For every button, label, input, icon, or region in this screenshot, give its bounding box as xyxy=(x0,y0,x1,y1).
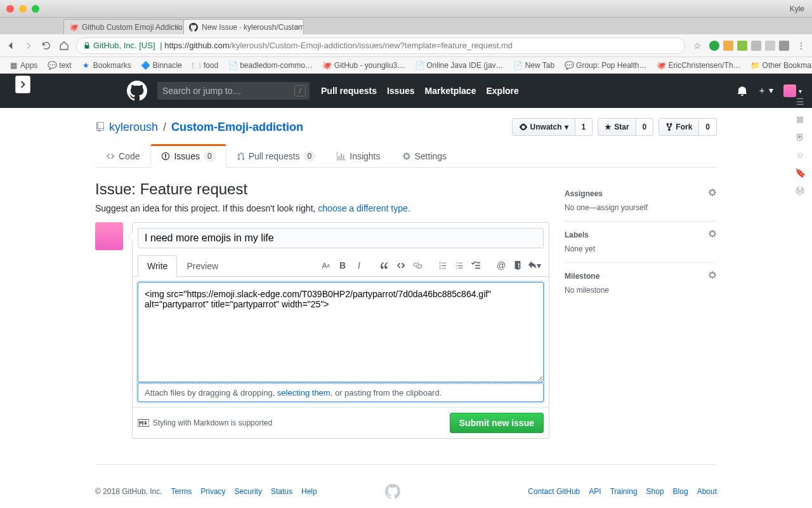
footer-training[interactable]: Training xyxy=(610,487,638,496)
tab-settings[interactable]: Settings xyxy=(391,144,458,168)
nav-marketplace[interactable]: Marketplace xyxy=(425,86,476,96)
author-avatar[interactable] xyxy=(95,222,123,250)
bookmark-item[interactable]: 📄New Tab xyxy=(510,60,558,71)
bookmark-star-icon[interactable]: ☆ xyxy=(691,40,703,51)
bold-icon[interactable]: B xyxy=(336,258,350,272)
gear-icon[interactable] xyxy=(708,229,717,238)
ribbon-icon[interactable]: Ⓜ xyxy=(796,185,804,197)
bullet-list-icon[interactable] xyxy=(436,258,450,272)
footer-contact[interactable]: Contact GitHub xyxy=(528,487,580,496)
other-bookmarks[interactable]: 📁Other Bookmarks xyxy=(747,60,812,71)
bookmark-item[interactable]: 📄Online Java IDE (jav… xyxy=(411,60,507,71)
footer-blog[interactable]: Blog xyxy=(673,487,688,496)
saved-replies-icon[interactable]: ▾ xyxy=(527,258,541,272)
footer-about[interactable]: About xyxy=(697,487,717,496)
code-icon[interactable] xyxy=(394,258,408,272)
star-outline-icon[interactable]: ☆ xyxy=(796,150,804,160)
tab-close-icon[interactable]: × xyxy=(294,22,299,32)
footer-status[interactable]: Status xyxy=(271,487,292,496)
bookmark-outline-icon[interactable]: 🔖 xyxy=(795,168,806,178)
bookmark-item[interactable]: 💬text xyxy=(44,60,75,71)
repo-name-link[interactable]: Custom-Emoji-addiction xyxy=(171,121,303,134)
hamburger-icon[interactable]: ☰ xyxy=(796,97,804,107)
plus-dropdown[interactable]: ＋ ▾ xyxy=(757,85,773,97)
github-logo-icon[interactable] xyxy=(385,484,400,499)
write-tab[interactable]: Write xyxy=(138,255,177,277)
tab-close-icon[interactable]: × xyxy=(174,22,180,32)
github-search-input[interactable]: Search or jump to… / xyxy=(157,82,310,100)
extension-icon[interactable] xyxy=(751,41,761,51)
fork-count[interactable]: 0 xyxy=(699,118,717,136)
extension-icon[interactable] xyxy=(765,41,775,51)
submit-new-issue-button[interactable]: Submit new issue xyxy=(450,413,544,433)
unwatch-button[interactable]: Unwatch ▾ xyxy=(512,118,575,136)
tab-insights[interactable]: Insights xyxy=(326,144,391,168)
expand-left-toggle[interactable] xyxy=(15,76,30,93)
bookmark-item[interactable]: 🍽️food xyxy=(188,60,222,71)
header-format-icon[interactable]: AA xyxy=(319,258,333,272)
issue-body-textarea[interactable] xyxy=(138,282,544,382)
quote-icon[interactable] xyxy=(377,258,391,272)
repo-owner-link[interactable]: kyleroush xyxy=(109,121,158,134)
github-logo-icon[interactable] xyxy=(127,81,147,101)
numbered-list-icon[interactable] xyxy=(452,258,466,272)
reference-icon[interactable] xyxy=(511,258,525,272)
nav-explore[interactable]: Explore xyxy=(486,86,518,96)
extension-icon[interactable] xyxy=(779,41,789,51)
tab-code[interactable]: Code xyxy=(95,144,150,168)
gear-icon[interactable] xyxy=(708,188,717,197)
extension-icon[interactable] xyxy=(709,41,719,51)
extension-icon[interactable] xyxy=(723,41,733,51)
chrome-menu-icon[interactable]: ⋮ xyxy=(796,40,807,51)
watch-count[interactable]: 1 xyxy=(575,118,593,136)
footer-terms[interactable]: Terms xyxy=(171,487,192,496)
close-x-icon[interactable]: ⊠ xyxy=(796,114,804,124)
nav-pull-requests[interactable]: Pull requests xyxy=(321,86,377,96)
issue-title-input[interactable] xyxy=(138,228,544,248)
bookmark-item[interactable]: 💬Group: Pop Health… xyxy=(561,60,650,71)
home-button[interactable] xyxy=(58,40,70,51)
apps-button[interactable]: ▦Apps xyxy=(5,60,41,71)
fork-button[interactable]: Fork xyxy=(658,118,699,136)
footer-shop[interactable]: Shop xyxy=(646,487,664,496)
assign-yourself-link[interactable]: assign yourself xyxy=(597,203,648,212)
preview-tab[interactable]: Preview xyxy=(177,255,228,277)
footer-api[interactable]: API xyxy=(589,487,601,496)
italic-icon[interactable]: I xyxy=(352,258,366,272)
bookmark-item[interactable]: ★Bookmarks xyxy=(78,60,135,71)
bookmark-item[interactable]: 🐙GitHub - youngliu3… xyxy=(319,60,409,71)
user-avatar-dropdown[interactable]: ▾ xyxy=(783,84,802,97)
gear-icon[interactable] xyxy=(708,271,717,279)
back-button[interactable] xyxy=(5,40,16,51)
selecting-them-link[interactable]: selecting them xyxy=(277,388,331,398)
bell-icon[interactable] xyxy=(737,86,747,96)
extension-icon[interactable] xyxy=(737,41,747,51)
mention-icon[interactable]: @ xyxy=(494,258,508,272)
footer-help[interactable]: Help xyxy=(301,487,317,496)
forward-button[interactable] xyxy=(23,40,34,51)
browser-tab[interactable]: 🐙 Github Custom Emoji Addictio × xyxy=(63,19,184,34)
browser-tab-active[interactable]: New Issue · kyleroush/Custom × xyxy=(183,19,304,34)
bookmark-item[interactable]: 📄beadledom-commo… xyxy=(225,60,317,71)
choose-different-type-link[interactable]: choose a different type. xyxy=(318,203,410,213)
reload-button[interactable] xyxy=(41,40,52,51)
tab-issues[interactable]: Issues 0 xyxy=(150,144,226,168)
task-list-icon[interactable] xyxy=(469,258,483,272)
repo-header: kyleroush / Custom-Emoji-addiction Unwat… xyxy=(95,108,717,144)
markdown-hint[interactable]: Styling with Markdown is supported xyxy=(138,418,272,427)
zoom-window-button[interactable] xyxy=(32,5,39,13)
star-count[interactable]: 0 xyxy=(636,118,654,136)
address-bar[interactable]: GitHub, Inc. [US] | https://github.com/k… xyxy=(76,37,685,54)
shield-icon[interactable]: ⛨ xyxy=(796,132,804,142)
close-window-button[interactable] xyxy=(6,5,14,13)
star-button[interactable]: ★ Star xyxy=(598,118,636,136)
minimize-window-button[interactable] xyxy=(19,5,27,13)
footer-privacy[interactable]: Privacy xyxy=(200,487,225,496)
bookmark-item[interactable]: 🔷Binnacle xyxy=(138,60,186,71)
footer-security[interactable]: Security xyxy=(235,487,262,496)
nav-issues[interactable]: Issues xyxy=(387,86,415,96)
chrome-profile-name[interactable]: Kyle xyxy=(790,4,804,13)
bookmark-item[interactable]: 🐙EricChristensen/Th… xyxy=(653,60,745,71)
tab-pull-requests[interactable]: Pull requests 0 xyxy=(226,144,327,168)
link-icon[interactable] xyxy=(410,258,424,272)
